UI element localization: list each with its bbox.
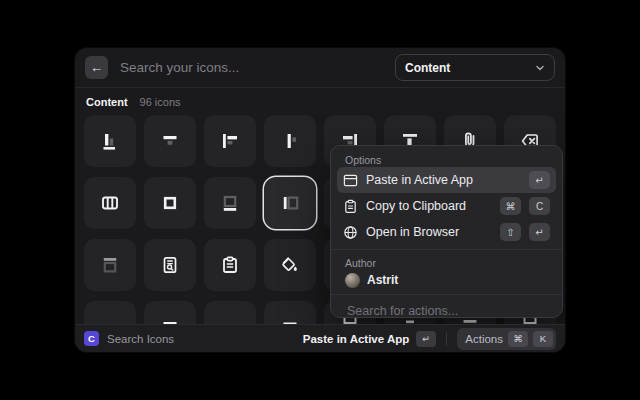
align-top-icon: [158, 129, 182, 153]
options-context-menu: Options Paste in Active App ↵ Copy to Cl…: [330, 145, 563, 318]
align-left-icon: [218, 129, 242, 153]
footer-actions: Paste in Active App ↵ Actions ⌘ K: [303, 328, 556, 350]
menu-divider: [331, 249, 562, 250]
icon-tile-dock-bottom[interactable]: [204, 177, 256, 229]
icon-tile-align-top[interactable]: [144, 115, 196, 167]
author-section-label: Author: [337, 254, 556, 270]
footer-bar: C Search Icons Paste in Active App ↵ Act…: [75, 324, 565, 352]
icon-tile-dock-left-selected[interactable]: [264, 177, 316, 229]
actions-menu-button[interactable]: Actions ⌘ K: [457, 328, 556, 350]
arrow-left-icon: ←: [90, 60, 103, 75]
icon-tile-square[interactable]: [144, 177, 196, 229]
square-icon: [158, 191, 182, 215]
menu-item-copy-to-clipboard[interactable]: Copy to Clipboard ⌘ C: [337, 193, 556, 219]
dock-bottom-icon: [218, 191, 242, 215]
action-search-input[interactable]: [345, 303, 548, 318]
dock-top-icon: [98, 253, 122, 277]
icon-search-window: ← Content Content 96 icons: [75, 48, 565, 352]
actions-label: Actions: [465, 333, 503, 345]
section-title: Content: [86, 96, 128, 108]
return-key-badge: ↵: [529, 171, 550, 189]
category-dropdown[interactable]: Content: [395, 54, 555, 81]
clipboard-icon: [343, 199, 358, 214]
icon-tile-columns[interactable]: [84, 177, 136, 229]
color-bucket-icon: [278, 253, 302, 277]
icon-tile-dock-top[interactable]: [84, 239, 136, 291]
author-name: Astrit: [367, 273, 398, 287]
command-key-badge: ⌘: [508, 331, 528, 347]
c-key-badge: C: [529, 197, 550, 215]
section-icon-count: 96 icons: [140, 96, 181, 108]
header-bar: ← Content: [75, 48, 565, 87]
menu-item-label: Open in Browser: [366, 225, 492, 239]
k-key-badge: K: [533, 331, 553, 347]
columns-icon: [98, 191, 122, 215]
menu-item-paste-in-active-app[interactable]: Paste in Active App ↵: [337, 167, 556, 193]
command-key-badge: ⌘: [500, 197, 521, 215]
author-avatar: [345, 273, 360, 288]
chevron-down-icon: [535, 63, 545, 73]
align-bottom-icon: [98, 129, 122, 153]
dock-left-icon: [278, 191, 302, 215]
options-section-label: Options: [337, 151, 556, 167]
menu-item-open-in-browser[interactable]: Open in Browser ⇧ ↵: [337, 219, 556, 245]
app-logo-icon: C: [84, 331, 99, 346]
footer-app-name: Search Icons: [107, 333, 174, 345]
menu-item-label: Paste in Active App: [366, 173, 521, 187]
file-search-icon: [158, 253, 182, 277]
icon-tile-clipboard[interactable]: [204, 239, 256, 291]
category-dropdown-value: Content: [405, 61, 529, 75]
menu-divider: [331, 294, 562, 295]
icon-tile-align-middle[interactable]: [264, 115, 316, 167]
icon-tile-file-search[interactable]: [144, 239, 196, 291]
return-key-badge: ↵: [416, 331, 436, 347]
icon-tile-align-left[interactable]: [204, 115, 256, 167]
shift-key-badge: ⇧: [500, 223, 521, 241]
back-button[interactable]: ←: [85, 56, 108, 79]
menu-item-label: Copy to Clipboard: [366, 199, 492, 213]
globe-icon: [343, 225, 358, 240]
icon-tile-color-bucket[interactable]: [264, 239, 316, 291]
section-heading: Content 96 icons: [75, 88, 565, 114]
menu-item-author-astrit[interactable]: Astrit: [337, 270, 556, 290]
return-key-badge: ↵: [529, 223, 550, 241]
icon-tile-align-bottom[interactable]: [84, 115, 136, 167]
align-middle-icon: [278, 129, 302, 153]
footer-primary-action[interactable]: Paste in Active App: [303, 333, 410, 345]
action-search-row: [337, 299, 556, 318]
clipboard-icon: [218, 253, 242, 277]
search-input[interactable]: [118, 59, 385, 76]
footer-separator: [446, 332, 447, 346]
app-window-icon: [343, 173, 358, 188]
